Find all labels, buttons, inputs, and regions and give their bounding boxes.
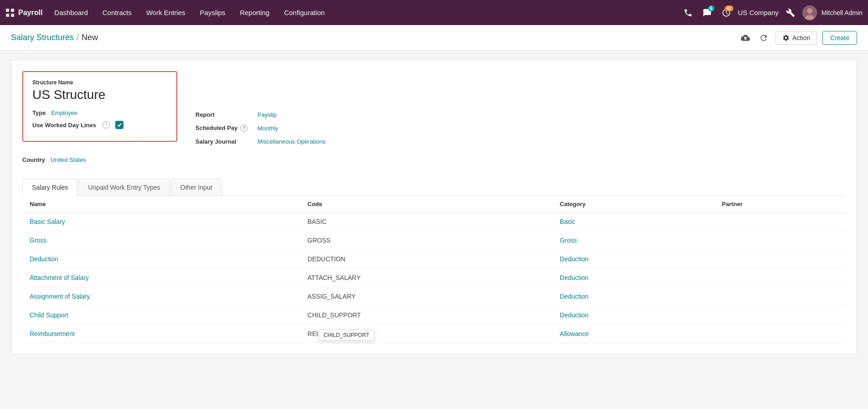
cell-name[interactable]: Assignment of Salary — [22, 287, 300, 306]
country-row: Country United States — [22, 156, 177, 163]
nav-right: 6 42 US Company Mitchell Admin — [681, 5, 863, 20]
user-avatar-img — [802, 5, 817, 20]
table-wrapper: Name Code Category Partner Basic Salary … — [22, 196, 846, 343]
table-row[interactable]: Gross GROSS Gross — [22, 231, 846, 250]
table-row[interactable]: Assignment of Salary ASSIG_SALARY Deduct… — [22, 287, 846, 306]
tab-salary-rules[interactable]: Salary Rules — [22, 179, 77, 196]
breadcrumb-current: New — [82, 33, 98, 42]
cell-partner — [714, 306, 846, 325]
main-content: Structure Name US Structure Type Employe… — [0, 51, 868, 364]
cell-category[interactable]: Deduction — [553, 250, 715, 269]
nav-payslips[interactable]: Payslips — [194, 6, 232, 19]
col-code: Code — [300, 196, 553, 212]
col-partner: Partner — [714, 196, 846, 212]
cell-partner — [714, 231, 846, 250]
structure-name-label: Structure Name — [32, 79, 167, 86]
report-label: Report — [195, 111, 250, 118]
nav-work-entries[interactable]: Work Entries — [140, 6, 192, 19]
worked-day-checkbox[interactable] — [115, 121, 123, 129]
cell-partner — [714, 250, 846, 269]
cell-partner — [714, 325, 846, 343]
svg-rect-2 — [6, 14, 9, 17]
report-row: Report Payslip — [195, 111, 846, 118]
cell-category[interactable]: Basic — [553, 212, 715, 231]
table-header-row: Name Code Category Partner — [22, 196, 846, 212]
form-right: Report Payslip Scheduled Pay ? Monthly S… — [195, 108, 846, 168]
nav-configuration[interactable]: Configuration — [277, 6, 331, 19]
user-name: Mitchell Admin — [822, 9, 863, 16]
upload-button[interactable] — [739, 31, 752, 44]
activities-badge: 42 — [724, 5, 733, 11]
scheduled-pay-help-icon[interactable]: ? — [240, 124, 247, 132]
cell-partner — [714, 269, 846, 287]
app-name: Payroll — [18, 9, 42, 17]
avatar[interactable] — [802, 5, 817, 20]
tabs-container: Salary Rules Unpaid Work Entry Types Oth… — [22, 179, 846, 196]
report-value[interactable]: Payslip — [257, 111, 277, 118]
salary-journal-value[interactable]: Miscellaneous Operations — [257, 138, 326, 145]
table-row[interactable]: Reimbursement REIMBURSEME Allowance — [22, 325, 846, 343]
cell-code: REIMBURSEME — [300, 325, 553, 343]
col-name: Name — [22, 196, 300, 212]
scheduled-pay-value[interactable]: Monthly — [257, 125, 278, 132]
country-value[interactable]: United States — [51, 156, 86, 163]
company-name[interactable]: US Company — [738, 9, 779, 16]
worked-day-label: Use Worked Day Lines — [32, 122, 96, 129]
upload-icon — [741, 33, 750, 42]
structure-name-value[interactable]: US Structure — [32, 88, 167, 102]
type-row: Type Employee — [32, 109, 167, 116]
cell-name[interactable]: Gross — [22, 231, 300, 250]
cell-name[interactable]: Basic Salary — [22, 212, 300, 231]
refresh-button[interactable] — [757, 31, 770, 44]
form-grid: Structure Name US Structure Type Employe… — [22, 71, 846, 168]
cell-name[interactable]: Reimbursement — [22, 325, 300, 343]
refresh-icon — [759, 33, 768, 42]
nav-reporting[interactable]: Reporting — [233, 6, 276, 19]
table-row[interactable]: Deduction DEDUCTION Deduction — [22, 250, 846, 269]
tab-unpaid-work-entry-types[interactable]: Unpaid Work Entry Types — [78, 179, 169, 196]
grid-icon — [5, 8, 15, 17]
app-brand[interactable]: Payroll — [5, 8, 42, 17]
scheduled-pay-label: Scheduled Pay ? — [195, 124, 250, 132]
cell-code: BASIC — [300, 212, 553, 231]
gear-icon — [782, 34, 790, 41]
cell-category[interactable]: Deduction — [553, 269, 715, 287]
scheduled-pay-row: Scheduled Pay ? Monthly — [195, 124, 846, 132]
messages-icon-btn[interactable]: 6 — [700, 5, 714, 20]
form-left: Structure Name US Structure Type Employe… — [22, 71, 177, 168]
create-button[interactable]: Create — [822, 31, 857, 45]
phone-icon — [683, 8, 693, 17]
type-label: Type — [32, 109, 46, 116]
breadcrumb-separator: / — [77, 33, 79, 42]
worked-day-help-icon[interactable]: ? — [103, 121, 110, 129]
table-row[interactable]: Child Support CHILD_SUPPORT Deduction — [22, 306, 846, 325]
nav-contracts[interactable]: Contracts — [96, 6, 138, 19]
country-label: Country — [22, 156, 45, 163]
tab-other-input[interactable]: Other Input — [171, 179, 222, 196]
cell-code: ASSIG_SALARY — [300, 287, 553, 306]
breadcrumb: Salary Structures / New — [11, 33, 98, 42]
cell-name[interactable]: Attachment of Salary — [22, 269, 300, 287]
action-button[interactable]: Action — [776, 31, 817, 45]
top-nav: Payroll Dashboard Contracts Work Entries… — [0, 0, 868, 25]
cell-category[interactable]: Deduction — [553, 287, 715, 306]
phone-icon-btn[interactable] — [681, 5, 695, 20]
cell-category[interactable]: Allowance — [553, 325, 715, 343]
messages-badge: 6 — [708, 5, 714, 11]
cell-name[interactable]: Child Support — [22, 306, 300, 325]
cell-code: GROSS — [300, 231, 553, 250]
nav-dashboard[interactable]: Dashboard — [48, 6, 94, 19]
svg-rect-0 — [6, 9, 9, 12]
table-row[interactable]: Basic Salary BASIC Basic — [22, 212, 846, 231]
svg-point-5 — [807, 8, 812, 14]
breadcrumb-parent[interactable]: Salary Structures — [11, 33, 74, 42]
structure-name-box: Structure Name US Structure Type Employe… — [22, 71, 177, 142]
cell-category[interactable]: Gross — [553, 231, 715, 250]
tabs: Salary Rules Unpaid Work Entry Types Oth… — [22, 179, 846, 196]
cell-name[interactable]: Deduction — [22, 250, 300, 269]
type-value[interactable]: Employee — [51, 109, 77, 116]
activities-icon-btn[interactable]: 42 — [719, 5, 734, 20]
cell-category[interactable]: Deduction — [553, 306, 715, 325]
settings-icon-btn[interactable] — [783, 5, 798, 20]
table-row[interactable]: Attachment of Salary ATTACH_SALARY Deduc… — [22, 269, 846, 287]
